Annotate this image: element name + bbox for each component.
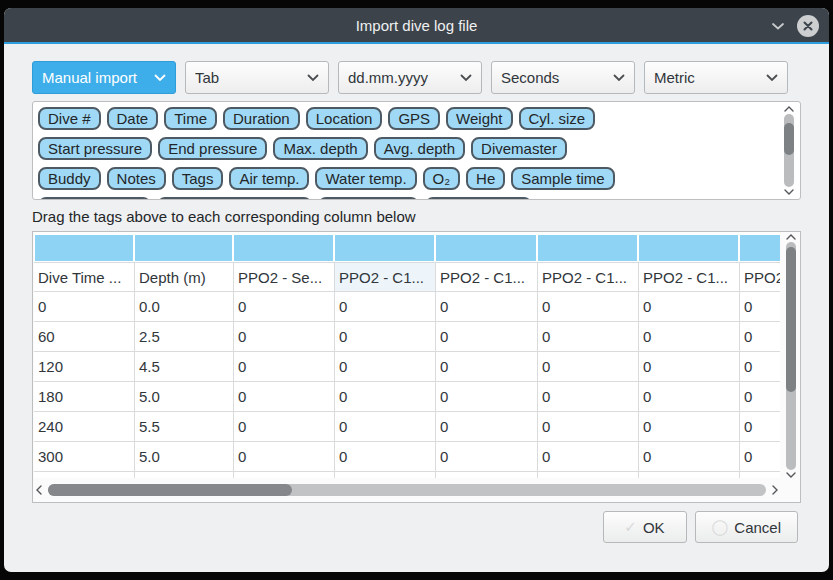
tag-row: Dive # Date Time Duration Location GPS W… xyxy=(38,107,774,130)
tag-chip[interactable]: Dive # xyxy=(38,107,101,130)
tag-chip[interactable]: End pressure xyxy=(158,137,267,160)
tag-chip[interactable]: Sample pO₂ xyxy=(318,197,419,200)
table-cell: 0 xyxy=(639,442,740,471)
scrollbar-thumb[interactable] xyxy=(786,247,796,393)
table-cell: 0 xyxy=(639,292,740,321)
duration-format-dropdown[interactable]: Seconds xyxy=(491,61,635,94)
scrollbar-track[interactable] xyxy=(786,242,796,470)
tag-chip[interactable]: Sample CNS xyxy=(425,197,532,200)
date-format-dropdown[interactable]: dd.mm.yyyy xyxy=(338,61,482,94)
table-row: 60 2.5 0 0 0 0 0 0 xyxy=(34,322,780,352)
tag-chip[interactable]: Date xyxy=(107,107,159,130)
tag-chip[interactable]: GPS xyxy=(388,107,440,130)
table-cell: 240 xyxy=(34,412,135,441)
table-cell: 0 xyxy=(234,352,335,381)
scroll-right-icon[interactable] xyxy=(772,485,778,495)
tag-chip[interactable]: He xyxy=(466,167,505,190)
scroll-up-icon[interactable] xyxy=(784,106,794,112)
scrollbar-thumb[interactable] xyxy=(784,123,794,155)
scrollbar-track[interactable] xyxy=(48,484,766,496)
tag-chip[interactable]: Divemaster xyxy=(471,137,567,160)
column-drop-target[interactable] xyxy=(740,235,780,261)
chevron-down-icon[interactable] xyxy=(771,22,785,30)
table-cell: 0 xyxy=(335,382,436,411)
table-cell: 300 xyxy=(34,442,135,471)
scrollbar-track[interactable] xyxy=(784,114,794,187)
column-header[interactable]: Depth (m) xyxy=(135,263,234,291)
table-cell: 0 xyxy=(639,322,740,351)
chevron-down-icon xyxy=(766,74,778,82)
table-cell: 0 xyxy=(740,352,780,381)
column-header[interactable]: PPO2 - C1... xyxy=(335,263,436,291)
table-cell: 0 xyxy=(740,292,780,321)
ok-button-label: OK xyxy=(643,519,665,536)
units-dropdown[interactable]: Metric xyxy=(644,61,788,94)
column-drop-target[interactable] xyxy=(639,235,740,261)
tag-chip[interactable]: Avg. depth xyxy=(374,137,465,160)
tag-list-panel: Dive # Date Time Duration Location GPS W… xyxy=(32,101,801,200)
table-cell: 0 xyxy=(436,352,538,381)
tag-chip[interactable]: Buddy xyxy=(38,167,101,190)
table-vertical-scrollbar[interactable] xyxy=(783,234,798,478)
tag-chip[interactable]: Max. depth xyxy=(273,137,367,160)
table-row: 0 0.0 0 0 0 0 0 0 xyxy=(34,292,780,322)
tag-chip[interactable]: Cyl. size xyxy=(519,107,596,130)
import-preview-table: Dive Time ... Depth (m) PPO2 - Se... PPO… xyxy=(32,231,801,503)
table-cell: 0 xyxy=(639,352,740,381)
tag-chip[interactable]: Location xyxy=(306,107,383,130)
column-drop-target[interactable] xyxy=(538,235,639,261)
column-header[interactable]: PPO2 - C1... xyxy=(639,263,740,291)
ok-button[interactable]: ✓ OK xyxy=(603,511,687,543)
cancel-icon: ◯ xyxy=(712,518,729,536)
table-header-row: Dive Time ... Depth (m) PPO2 - Se... PPO… xyxy=(34,262,780,292)
tag-chip[interactable]: Weight xyxy=(446,107,512,130)
table-cell: 0 xyxy=(740,412,780,441)
table-cell: 0 xyxy=(234,382,335,411)
table-cell: 0.0 xyxy=(135,292,234,321)
table-cell: 4.5 xyxy=(135,352,234,381)
tag-chip[interactable]: O₂ xyxy=(423,167,461,190)
tag-chip[interactable]: Time xyxy=(164,107,217,130)
column-drop-target[interactable] xyxy=(335,235,436,261)
column-header[interactable]: PPO2 - C1... xyxy=(538,263,639,291)
cancel-button-label: Cancel xyxy=(734,519,781,536)
table-cell xyxy=(34,472,135,478)
table-cell: 60 xyxy=(34,322,135,351)
table-cell: 180 xyxy=(34,382,135,411)
scrollbar-thumb[interactable] xyxy=(48,484,292,496)
tag-chip[interactable]: Notes xyxy=(107,167,166,190)
scroll-up-icon[interactable] xyxy=(786,234,796,240)
titlebar[interactable]: Import dive log file xyxy=(4,8,829,44)
tag-chip[interactable]: Duration xyxy=(223,107,300,130)
tag-chip[interactable]: Sample temperature xyxy=(157,197,313,200)
tag-chip[interactable]: Start pressure xyxy=(38,137,152,160)
column-header[interactable]: PPO2 - Se... xyxy=(234,263,335,291)
column-drop-target[interactable] xyxy=(35,235,135,261)
close-icon[interactable] xyxy=(797,15,819,37)
table-row: 180 5.0 0 0 0 0 0 0 xyxy=(34,382,780,412)
tag-chip[interactable]: Water temp. xyxy=(315,167,416,190)
chevron-down-icon xyxy=(460,74,472,82)
column-header[interactable]: PPO2 - C1... xyxy=(436,263,538,291)
table-cell: 0 xyxy=(436,322,538,351)
tag-chip[interactable]: Air temp. xyxy=(229,167,309,190)
tag-chip[interactable]: Sample time xyxy=(511,167,614,190)
tag-chip[interactable]: Tags xyxy=(172,167,224,190)
table-horizontal-scrollbar[interactable] xyxy=(36,481,778,499)
scroll-down-icon[interactable] xyxy=(784,189,794,195)
column-header[interactable]: PPO2 xyxy=(740,263,780,291)
scroll-left-icon[interactable] xyxy=(36,485,42,495)
scroll-down-icon[interactable] xyxy=(786,472,796,478)
tag-panel-scrollbar[interactable] xyxy=(781,106,796,195)
column-drop-target[interactable] xyxy=(135,235,234,261)
column-drop-target[interactable] xyxy=(234,235,335,261)
tag-chip[interactable]: Sample depth xyxy=(38,197,151,200)
table-cell: 0 xyxy=(335,352,436,381)
column-drop-target[interactable] xyxy=(436,235,538,261)
field-separator-dropdown[interactable]: Tab xyxy=(185,61,329,94)
cancel-button[interactable]: ◯ Cancel xyxy=(695,511,799,543)
table-cell: 0 xyxy=(436,382,538,411)
column-header[interactable]: Dive Time ... xyxy=(34,263,135,291)
import-mode-dropdown[interactable]: Manual import xyxy=(32,61,176,94)
table-cell: 5.0 xyxy=(135,442,234,471)
